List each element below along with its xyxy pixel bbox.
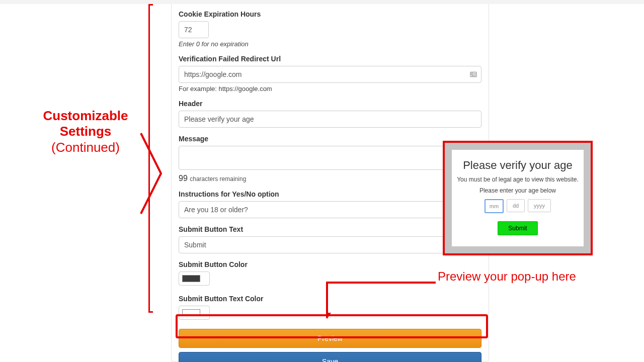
- popup-dd-input[interactable]: dd: [507, 199, 525, 212]
- popup-mm-input[interactable]: mm: [485, 199, 504, 213]
- popup-preview-container: Please verify your age You must be of le…: [443, 141, 593, 255]
- field-submit-text: Submit Button Text: [179, 225, 481, 253]
- message-remaining-text: characters remaining: [190, 175, 246, 183]
- message-textarea[interactable]: [179, 146, 481, 170]
- redirect-url-label: Verification Failed Redirect Url: [179, 55, 481, 63]
- instructions-label: Instructions for Yes/No option: [179, 190, 481, 198]
- submit-text-color-label: Submit Button Text Color: [179, 295, 481, 303]
- redirect-url-example: For example: https://google.com: [179, 85, 481, 93]
- header-label: Header: [179, 100, 481, 108]
- message-label: Message: [179, 135, 481, 143]
- popup-title: Please verify your age: [457, 159, 579, 172]
- header-input[interactable]: [179, 111, 481, 128]
- annotation-line2: Settings: [30, 124, 141, 139]
- annotation-line1: Customizable: [30, 108, 141, 124]
- field-submit-text-color: Submit Button Text Color: [179, 295, 481, 322]
- contact-card-icon: [469, 70, 477, 78]
- submit-color-swatch: [182, 275, 200, 282]
- submit-color-label: Submit Button Color: [179, 260, 481, 268]
- annotation-continued: (Continued): [30, 139, 141, 156]
- cookie-expiration-input[interactable]: [179, 21, 209, 38]
- instructions-input[interactable]: [179, 201, 481, 218]
- popup-line1: You must be of legal age to view this we…: [457, 176, 579, 183]
- redirect-url-input[interactable]: [179, 66, 481, 83]
- field-redirect-url: Verification Failed Redirect Url For exa…: [179, 55, 481, 93]
- popup-line2: Please enter your age below: [457, 187, 579, 194]
- submit-color-picker[interactable]: [179, 272, 210, 286]
- field-instructions: Instructions for Yes/No option: [179, 190, 481, 218]
- red-bracket-icon: [148, 4, 152, 313]
- annotation-pointer-icon: [138, 131, 164, 216]
- cookie-expiration-label: Cookie Expiration Hours: [179, 10, 481, 18]
- preview-button[interactable]: Preview: [179, 329, 481, 348]
- field-cookie-expiration: Cookie Expiration Hours Enter 0 for no e…: [179, 10, 481, 48]
- popup-yyyy-input[interactable]: yyyy: [528, 199, 551, 212]
- submit-text-input[interactable]: [179, 236, 481, 253]
- svg-rect-1: [471, 73, 473, 74]
- settings-panel: Cookie Expiration Hours Enter 0 for no e…: [171, 4, 489, 361]
- field-message: Message 99 characters remaining: [179, 135, 481, 183]
- submit-text-color-swatch: [182, 309, 200, 316]
- cookie-expiration-help: Enter 0 for no expiration: [179, 40, 481, 48]
- save-button[interactable]: Save: [179, 352, 481, 362]
- annotation-customizable-settings: Customizable Settings (Continued): [30, 108, 141, 156]
- preview-caption: Preview your pop-up here: [438, 269, 576, 284]
- field-header: Header: [179, 100, 481, 128]
- submit-text-label: Submit Button Text: [179, 225, 481, 233]
- message-remaining: 99 characters remaining: [179, 174, 481, 183]
- submit-text-color-picker[interactable]: [179, 306, 210, 320]
- popup-submit-button[interactable]: Submit: [498, 221, 537, 235]
- message-remaining-num: 99: [179, 174, 188, 183]
- top-band: [0, 0, 644, 4]
- popup-date-row: mm dd yyyy: [457, 199, 579, 213]
- field-submit-color: Submit Button Color: [179, 260, 481, 288]
